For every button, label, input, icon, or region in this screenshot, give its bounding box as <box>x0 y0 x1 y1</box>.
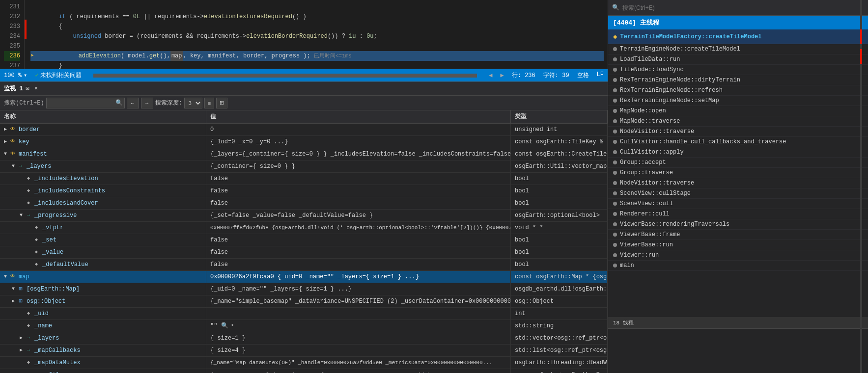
callstack-frame-name: CullVisitor::apply <box>620 149 684 156</box>
field-icon: ◆ <box>25 322 32 330</box>
nav-back-btn[interactable]: ← <box>127 98 139 108</box>
expand-blue-icon: ⊞ <box>17 297 25 305</box>
field-icon: ◆ <box>25 199 32 207</box>
watch-row[interactable]: ▶ ◆ _name "" 🔍 • std::string <box>0 320 608 332</box>
callstack-item[interactable]: CullVisitor::handle_cull_callbacks_and_t… <box>608 137 868 147</box>
callstack-item[interactable]: SceneView::cullStage <box>608 188 868 199</box>
expand-icon[interactable]: ▶ <box>20 333 23 343</box>
scroll-arrow-left[interactable]: ◀ <box>489 72 492 79</box>
callstack-item[interactable]: Group::accept <box>608 158 868 168</box>
expand-icon[interactable]: ▶ <box>4 137 7 147</box>
watch-row[interactable]: ▶ → _profile {_ptr=0x0000026a2f9d2c50 {_… <box>0 369 608 373</box>
var-name: _mapCallbacks <box>34 346 81 355</box>
watch-row[interactable]: ▶ ◆ _set false bool <box>0 234 608 246</box>
watch-cell-name: ▶ ◆ _mapDataMutex <box>0 357 206 369</box>
callstack-item[interactable]: RexTerrainEngineNode::refresh <box>608 85 868 96</box>
thread18-label: 18 线程 <box>613 320 634 326</box>
callstack-item[interactable]: CullVisitor::apply <box>608 147 868 158</box>
arrow-icon: → <box>17 162 25 170</box>
callstack-item[interactable]: MapNode::open <box>608 106 868 116</box>
watch-pin-btn[interactable]: ⊡ <box>26 85 29 92</box>
callstack-item[interactable]: LoadTileData::run <box>608 54 868 65</box>
code-line: { <box>30 22 604 31</box>
code-line: if ( requirements == 0L || requirements-… <box>30 12 604 22</box>
watch-row[interactable]: ▶ 👁 border 0 unsigned int <box>0 124 608 136</box>
callstack-item[interactable]: Viewer::run <box>608 250 868 261</box>
watch-row[interactable]: ▶ → _layers { size=1 } std::vector<osg::… <box>0 332 608 345</box>
callstack-item[interactable]: ViewerBase::frame <box>608 230 868 240</box>
callstack-item[interactable]: RexTerrainEngineNode::dirtyTerrain <box>608 75 868 85</box>
callstack-item[interactable]: RexTerrainEngineNode::setMap <box>608 96 868 106</box>
callstack-dot <box>613 212 617 216</box>
watch-row[interactable]: ▶ ◆ _uid int <box>0 308 608 320</box>
expand-icon[interactable]: ▼ <box>12 284 15 294</box>
watch-row[interactable]: ▶ ◆ _vfptr 0x00007ff8fd62f6b8 {osgEarthd… <box>0 222 608 234</box>
callstack-item[interactable]: NodeVisitor::traverse <box>608 178 868 188</box>
callstack-search-input[interactable] <box>622 4 864 11</box>
watch-search-input[interactable] <box>46 98 125 108</box>
expand-icon[interactable]: ▼ <box>4 149 7 159</box>
var-name: border <box>19 125 40 134</box>
callstack-item[interactable]: Renderer::cull <box>608 209 868 219</box>
watch-cell-type: bool <box>511 197 608 209</box>
callstack-dot <box>613 171 617 175</box>
watch-cell-type: osgEarth::Threading::ReadWrite... <box>511 357 608 369</box>
scroll-arrow-right[interactable]: ▶ <box>501 72 504 79</box>
callstack-item[interactable]: ViewerBase::run <box>608 240 868 250</box>
field-icon: ◆ <box>32 236 40 244</box>
line-numbers: 231 232 233 234 235 236 237 <box>0 0 25 69</box>
thread-18-section[interactable]: 18 线程 <box>608 317 868 329</box>
callstack-item[interactable]: ViewerBase::renderingTraversals <box>608 219 868 230</box>
expand-icon[interactable]: ▶ <box>4 125 7 134</box>
watch-row[interactable]: ▶ → _mapCallbacks { size=4 } std::list<o… <box>0 345 608 357</box>
current-frame-icon: ◆ <box>613 32 617 41</box>
watch-row[interactable]: ▶ ⊞ osg::Object {_name="simple_basemap" … <box>0 295 608 308</box>
expand-icon[interactable]: ▼ <box>4 272 7 282</box>
watch-row[interactable]: ▶ 👁 key {_lod=0 _x=0 _y=0 ...} const osg… <box>0 136 608 148</box>
field-icon: ◆ <box>25 359 32 367</box>
watch-row[interactable]: ▶ ◆ _mapDataMutex {_name="Map dataMutex(… <box>0 357 608 369</box>
arrow-icon: → <box>25 371 32 373</box>
callstack-current-frame[interactable]: ◆ TerrainTileModelFactory::createTileMod… <box>608 29 868 44</box>
callstack-item[interactable]: SceneView::cull <box>608 199 868 209</box>
expand-icon[interactable]: ▶ <box>12 296 15 306</box>
watch-row[interactable]: ▶ ◆ _value false bool <box>0 246 608 259</box>
callstack-item[interactable]: TileNode::loadSync <box>608 65 868 75</box>
filter-btn[interactable]: ≡ <box>204 98 214 108</box>
callstack-frame-name: CullVisitor::handle_cull_callbacks_and_t… <box>620 138 786 145</box>
callstack-frame-name: RexTerrainEngineNode::dirtyTerrain <box>620 77 740 83</box>
zoom-dropdown-icon[interactable]: ▾ <box>24 72 27 79</box>
zoom-item[interactable]: 100 % ▾ <box>4 72 27 79</box>
watch-row[interactable]: ▼ → _layers {_container={ size=0 } } osg… <box>0 160 608 173</box>
expand-icon[interactable]: ▶ <box>20 346 23 355</box>
callstack-item[interactable]: TerrainEngineNode::createTileModel <box>608 44 868 54</box>
watch-close-btn[interactable]: × <box>34 85 38 92</box>
depth-select[interactable]: 3 1 2 4 5 <box>184 98 202 108</box>
scroll-indicator[interactable] <box>93 74 477 78</box>
callstack-item[interactable]: main <box>608 261 868 271</box>
expand-icon[interactable]: ▼ <box>20 211 23 220</box>
field-icon: ◆ <box>32 261 40 268</box>
watch-row[interactable]: ▼ → _progressive {_set=false _value=fals… <box>0 210 608 222</box>
field-icon: ◆ <box>32 224 40 232</box>
watch-row[interactable]: ▼ ⊞ [osgEarth::Map] {_uid=0 _name="" _la… <box>0 283 608 295</box>
var-name: _value <box>42 247 63 257</box>
watch-cell-name: ▶ ◆ _name <box>0 320 206 332</box>
watch-row[interactable]: ▼ 👁 manifest {_layers={_container={ size… <box>0 148 608 160</box>
watch-title-bar: 监视 1 ⊡ × <box>0 82 608 96</box>
watch-row[interactable]: ▶ ◆ _includesElevation false bool <box>0 173 608 185</box>
col-type: 类型 <box>511 110 608 123</box>
callstack-item[interactable]: MapNode::traverse <box>608 116 868 127</box>
watch-row-selected[interactable]: ▼ 👁 map 0x0000026a2f9fcaa0 {_uid=0 _name… <box>0 271 608 283</box>
watch-row[interactable]: ▶ ◆ _includesLandCover false bool <box>0 197 608 210</box>
callstack-item[interactable]: Group::traverse <box>608 168 868 178</box>
right-search-bar: 🔍 <box>608 0 868 16</box>
nav-fwd-btn[interactable]: → <box>141 98 153 108</box>
watch-row[interactable]: ▶ ◆ _includesConstraints false bool <box>0 185 608 197</box>
callstack-item[interactable]: NodeVisitor::traverse <box>608 127 868 137</box>
watch-row[interactable]: ▶ ◆ _defaultValue false bool <box>0 259 608 271</box>
expand-icon[interactable]: ▼ <box>12 161 15 171</box>
callstack-dot <box>613 57 617 61</box>
expand-btn[interactable]: ⊞ <box>216 98 227 108</box>
expand-icon[interactable]: ▶ <box>20 370 23 373</box>
